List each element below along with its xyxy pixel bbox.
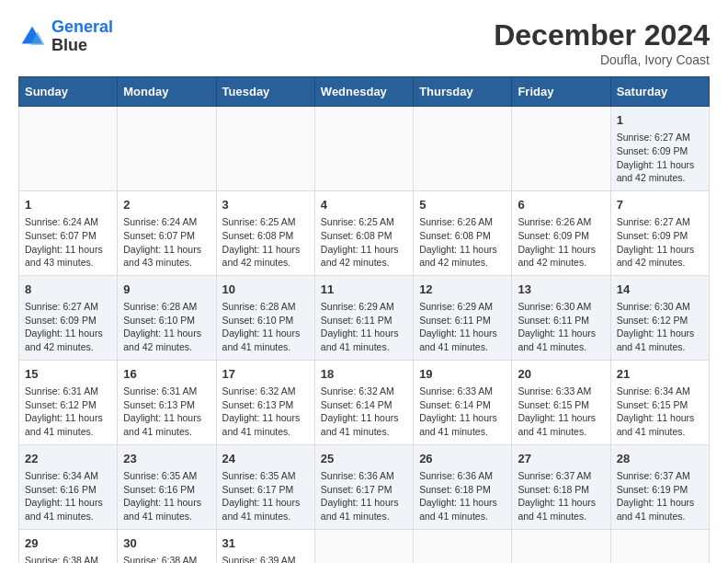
daylight-label: Daylight: 11 hours and 41 minutes. [617,412,695,437]
day-number: 13 [518,282,604,298]
calendar-cell: 26Sunrise: 6:36 AMSunset: 6:18 PMDayligh… [414,444,512,529]
daylight-label: Daylight: 11 hours and 41 minutes. [617,497,695,522]
daylight-label: Daylight: 11 hours and 41 minutes. [518,497,596,522]
sunrise-text: Sunrise: 6:29 AM [321,301,394,312]
sunset-text: Sunset: 6:13 PM [222,399,294,410]
calendar-cell: 31Sunrise: 6:39 AMSunset: 6:20 PMDayligh… [216,529,314,563]
logo-text: GeneralBlue [51,18,113,55]
sunrise-text: Sunrise: 6:38 AM [25,555,98,563]
sunrise-text: Sunrise: 6:29 AM [419,301,493,312]
sunset-text: Sunset: 6:11 PM [321,315,392,326]
daylight-label: Daylight: 11 hours and 41 minutes. [321,497,399,522]
day-number: 14 [617,282,703,298]
calendar-week-row: 15Sunrise: 6:31 AMSunset: 6:12 PMDayligh… [19,360,710,444]
calendar-cell: 16Sunrise: 6:31 AMSunset: 6:13 PMDayligh… [118,360,216,444]
daylight-label: Daylight: 11 hours and 42 minutes. [321,244,399,269]
sunrise-text: Sunrise: 6:26 AM [419,216,493,227]
sunrise-text: Sunrise: 6:37 AM [617,470,690,481]
calendar-cell: 29Sunrise: 6:38 AMSunset: 6:19 PMDayligh… [19,529,118,563]
sunset-text: Sunset: 6:14 PM [321,399,392,410]
sunset-text: Sunset: 6:12 PM [617,315,688,326]
daylight-label: Daylight: 11 hours and 42 minutes. [419,244,497,269]
sunset-text: Sunset: 6:07 PM [25,230,97,241]
sunset-text: Sunset: 6:12 PM [25,399,97,410]
calendar-cell: 25Sunrise: 6:36 AMSunset: 6:17 PMDayligh… [314,444,413,529]
calendar-cell [314,529,413,563]
day-number: 12 [419,282,506,298]
calendar-cell: 8Sunrise: 6:27 AMSunset: 6:09 PMDaylight… [19,275,118,360]
sunrise-text: Sunrise: 6:27 AM [617,216,690,227]
daylight-label: Daylight: 11 hours and 41 minutes. [123,497,201,522]
sunset-text: Sunset: 6:08 PM [419,230,491,241]
sunrise-text: Sunrise: 6:38 AM [123,555,197,563]
sunset-text: Sunset: 6:17 PM [222,484,294,495]
daylight-label: Daylight: 11 hours and 42 minutes. [518,244,596,269]
sunset-text: Sunset: 6:09 PM [25,315,97,326]
sunset-text: Sunset: 6:17 PM [321,484,392,495]
calendar-cell: 13Sunrise: 6:30 AMSunset: 6:11 PMDayligh… [512,275,610,360]
logo: GeneralBlue [18,18,113,55]
sunrise-text: Sunrise: 6:36 AM [321,470,394,481]
calendar-cell: 19Sunrise: 6:33 AMSunset: 6:14 PMDayligh… [414,360,512,444]
daylight-label: Daylight: 11 hours and 42 minutes. [123,327,201,352]
calendar-cell: 17Sunrise: 6:32 AMSunset: 6:13 PMDayligh… [216,360,314,444]
sunrise-text: Sunrise: 6:32 AM [321,385,394,396]
calendar-week-row: 22Sunrise: 6:34 AMSunset: 6:16 PMDayligh… [19,444,710,529]
sunset-text: Sunset: 6:16 PM [25,484,97,495]
calendar-cell: 9Sunrise: 6:28 AMSunset: 6:10 PMDaylight… [118,275,216,360]
calendar-week-row: 29Sunrise: 6:38 AMSunset: 6:19 PMDayligh… [19,529,710,563]
calendar-cell [314,107,413,191]
day-number: 19 [419,366,506,383]
calendar-cell: 15Sunrise: 6:31 AMSunset: 6:12 PMDayligh… [19,360,118,444]
sunrise-text: Sunrise: 6:30 AM [617,301,690,312]
day-number: 26 [419,451,506,467]
sunrise-text: Sunrise: 6:31 AM [123,385,197,396]
col-header-wednesday: Wednesday [314,77,413,107]
day-number: 1 [617,112,703,129]
day-number: 21 [617,366,703,383]
daylight-label: Daylight: 11 hours and 41 minutes. [222,327,301,352]
calendar-cell: 30Sunrise: 6:38 AMSunset: 6:20 PMDayligh… [118,529,216,563]
daylight-label: Daylight: 11 hours and 41 minutes. [518,327,596,352]
sunset-text: Sunset: 6:15 PM [518,399,589,410]
sunrise-text: Sunrise: 6:39 AM [222,555,296,563]
calendar-cell: 12Sunrise: 6:29 AMSunset: 6:11 PMDayligh… [414,275,512,360]
day-number: 6 [518,197,604,213]
calendar-cell: 20Sunrise: 6:33 AMSunset: 6:15 PMDayligh… [512,360,610,444]
calendar-week-row: 1Sunrise: 6:27 AMSunset: 6:09 PMDaylight… [19,107,710,191]
col-header-thursday: Thursday [414,77,512,107]
day-number: 3 [222,197,309,213]
day-number: 20 [518,366,604,383]
daylight-label: Daylight: 11 hours and 41 minutes. [321,327,399,352]
daylight-label: Daylight: 11 hours and 41 minutes. [25,497,103,522]
calendar-cell: 7Sunrise: 6:27 AMSunset: 6:09 PMDaylight… [610,190,709,275]
calendar-cell [118,107,216,191]
daylight-label: Daylight: 11 hours and 42 minutes. [25,327,103,352]
day-number: 5 [419,197,506,213]
sunset-text: Sunset: 6:13 PM [123,399,195,410]
sunrise-text: Sunrise: 6:32 AM [222,385,296,396]
col-header-monday: Monday [118,77,216,107]
calendar-cell: 1Sunrise: 6:27 AMSunset: 6:09 PMDaylight… [610,107,709,191]
daylight-label: Daylight: 11 hours and 41 minutes. [419,327,497,352]
day-number: 8 [25,282,111,298]
calendar-cell: 24Sunrise: 6:35 AMSunset: 6:17 PMDayligh… [216,444,314,529]
col-header-friday: Friday [512,77,610,107]
calendar-cell [610,529,709,563]
day-number: 16 [123,366,210,383]
calendar-cell [512,529,610,563]
day-number: 30 [123,535,210,552]
sunrise-text: Sunrise: 6:34 AM [25,470,98,481]
sunset-text: Sunset: 6:11 PM [419,315,491,326]
calendar-cell: 18Sunrise: 6:32 AMSunset: 6:14 PMDayligh… [314,360,413,444]
calendar-cell: 6Sunrise: 6:26 AMSunset: 6:09 PMDaylight… [512,190,610,275]
day-number: 1 [25,197,111,213]
sunset-text: Sunset: 6:09 PM [617,145,688,156]
daylight-label: Daylight: 11 hours and 41 minutes. [222,412,301,437]
day-number: 10 [222,282,309,298]
sunrise-text: Sunrise: 6:31 AM [25,385,98,396]
daylight-label: Daylight: 11 hours and 41 minutes. [123,412,201,437]
daylight-label: Daylight: 11 hours and 41 minutes. [617,327,695,352]
calendar-cell: 22Sunrise: 6:34 AMSunset: 6:16 PMDayligh… [19,444,118,529]
calendar-cell: 10Sunrise: 6:28 AMSunset: 6:10 PMDayligh… [216,275,314,360]
